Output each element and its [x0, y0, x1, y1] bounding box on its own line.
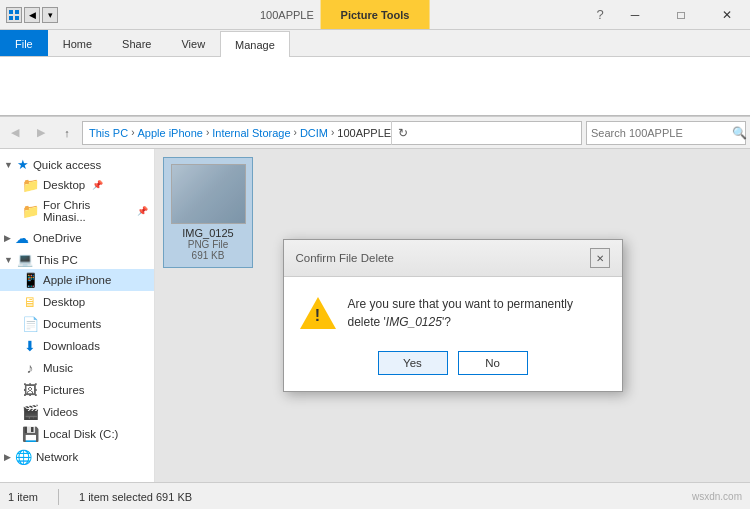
breadcrumb-dcim[interactable]: DCIM — [300, 127, 328, 139]
disk-icon: 💾 — [22, 426, 38, 442]
sidebar-item-forchris[interactable]: 📁 For Chris Minasi... 📌 — [0, 196, 154, 226]
folder-icon: 📁 — [22, 177, 38, 193]
sidebar-item-documents[interactable]: 📄 Documents — [0, 313, 154, 335]
pin-icon: 📌 — [92, 180, 103, 190]
sidebar-desktop2-label: Desktop — [43, 296, 85, 308]
selected-info: 1 item selected 691 KB — [79, 491, 192, 503]
network-icon: 🌐 — [15, 449, 32, 465]
sidebar-documents-label: Documents — [43, 318, 101, 330]
sidebar-pictures-label: Pictures — [43, 384, 85, 396]
no-button[interactable]: No — [458, 351, 528, 375]
back-button[interactable]: ◀ — [4, 122, 26, 144]
restore-button[interactable]: □ — [658, 0, 704, 30]
breadcrumb: This PC › Apple iPhone › Internal Storag… — [89, 127, 391, 139]
confirm-delete-dialog: Confirm File Delete ✕ Are you sure that … — [283, 239, 623, 392]
sidebar-videos-label: Videos — [43, 406, 78, 418]
minimize-button[interactable]: ─ — [612, 0, 658, 30]
sidebar-network-label: Network — [36, 451, 78, 463]
dialog-body: Are you sure that you want to permanentl… — [284, 277, 622, 345]
warning-triangle — [300, 297, 336, 329]
tab-manage[interactable]: Manage — [220, 31, 290, 57]
message-suffix: '? — [442, 315, 451, 329]
pictures-icon: 🖼 — [22, 382, 38, 398]
tab-file[interactable]: File — [0, 30, 48, 56]
ribbon: File Home Share View Manage — [0, 30, 750, 117]
search-icon: 🔍 — [732, 126, 747, 140]
sidebar-header-thispc[interactable]: ▼ 💻 This PC — [0, 248, 154, 269]
documents-icon: 📄 — [22, 316, 38, 332]
dialog-close-button[interactable]: ✕ — [590, 248, 610, 268]
sidebar-forchris-label: For Chris Minasi... — [43, 199, 130, 223]
search-box[interactable]: 🔍 — [586, 121, 746, 145]
breadcrumb-thispc[interactable]: This PC — [89, 127, 128, 139]
tab-home[interactable]: Home — [48, 30, 107, 56]
window-controls-left: ◀ ▾ — [0, 7, 58, 23]
sidebar-item-pictures[interactable]: 🖼 Pictures — [0, 379, 154, 401]
address-input[interactable]: This PC › Apple iPhone › Internal Storag… — [82, 121, 582, 145]
window-icon — [6, 7, 22, 23]
dialog-buttons: Yes No — [284, 345, 622, 391]
sidebar-iphone-label: Apple iPhone — [43, 274, 111, 286]
dialog-title: Confirm File Delete — [296, 252, 394, 264]
item-count: 1 item — [8, 491, 38, 503]
window-control-buttons: ? ─ □ ✕ — [588, 0, 750, 30]
cloud-icon: ☁ — [15, 230, 29, 246]
dialog-overlay: Confirm File Delete ✕ Are you sure that … — [155, 149, 750, 482]
music-icon: ♪ — [22, 360, 38, 376]
picture-tools-tab[interactable]: Picture Tools — [321, 0, 430, 29]
videos-icon: 🎬 — [22, 404, 38, 420]
help-button[interactable]: ? — [588, 0, 612, 30]
quick-access-icon: ★ — [17, 157, 29, 172]
status-divider — [58, 489, 59, 505]
picture-tools-label: Picture Tools — [341, 9, 410, 21]
window-title: 100APPLE — [260, 9, 314, 21]
sidebar: ▼ ★ Quick access 📁 Desktop 📌 📁 For Chris… — [0, 149, 155, 482]
tab-view[interactable]: View — [166, 30, 220, 56]
ribbon-content — [0, 56, 750, 116]
folder-icon-2: 📁 — [22, 203, 38, 219]
pin-icon-2: 📌 — [137, 206, 148, 216]
sidebar-item-videos[interactable]: 🎬 Videos — [0, 401, 154, 423]
chevron-right-icon: ▶ — [4, 233, 11, 243]
title-bar: ◀ ▾ Picture Tools 100APPLE ? ─ □ ✕ — [0, 0, 750, 30]
downloads-icon: ⬇ — [22, 338, 38, 354]
sidebar-desktop-label: Desktop — [43, 179, 85, 191]
sidebar-item-quick-access-label: Quick access — [33, 159, 101, 171]
breadcrumb-iphone[interactable]: Apple iPhone — [137, 127, 202, 139]
file-area: IMG_0125 PNG File 691 KB Confirm File De… — [155, 149, 750, 482]
chevron-right-icon-2: ▶ — [4, 452, 11, 462]
svg-rect-2 — [9, 16, 13, 20]
svg-rect-3 — [15, 16, 19, 20]
sidebar-item-desktop2[interactable]: 🖥 Desktop — [0, 291, 154, 313]
warning-icon — [300, 295, 336, 331]
forward-button[interactable]: ▶ — [30, 122, 52, 144]
close-button[interactable]: ✕ — [704, 0, 750, 30]
sidebar-item-music[interactable]: ♪ Music — [0, 357, 154, 379]
address-bar: ◀ ▶ ↑ This PC › Apple iPhone › Internal … — [0, 117, 750, 149]
sidebar-item-local-disk[interactable]: 💾 Local Disk (C:) — [0, 423, 154, 445]
sidebar-item-apple-iphone[interactable]: 📱 Apple iPhone — [0, 269, 154, 291]
chevron-down-icon-2: ▼ — [4, 255, 13, 265]
sidebar-item-downloads[interactable]: ⬇ Downloads — [0, 335, 154, 357]
forward-arrow-btn: ▾ — [42, 7, 58, 23]
search-input[interactable] — [591, 127, 729, 139]
breadcrumb-storage[interactable]: Internal Storage — [212, 127, 290, 139]
chevron-down-icon: ▼ — [4, 160, 13, 170]
pc-icon: 💻 — [17, 252, 33, 267]
main-area: ▼ ★ Quick access 📁 Desktop 📌 📁 For Chris… — [0, 149, 750, 482]
sidebar-music-label: Music — [43, 362, 73, 374]
svg-rect-0 — [9, 10, 13, 14]
sidebar-item-desktop[interactable]: 📁 Desktop 📌 — [0, 174, 154, 196]
sidebar-header-network[interactable]: ▶ 🌐 Network — [0, 445, 154, 467]
sidebar-downloads-label: Downloads — [43, 340, 100, 352]
refresh-button[interactable]: ↻ — [391, 121, 413, 145]
yes-button[interactable]: Yes — [378, 351, 448, 375]
dialog-title-bar: Confirm File Delete ✕ — [284, 240, 622, 277]
sidebar-header-quick-access[interactable]: ▼ ★ Quick access — [0, 153, 154, 174]
sidebar-onedrive-label: OneDrive — [33, 232, 82, 244]
sidebar-header-onedrive[interactable]: ▶ ☁ OneDrive — [0, 226, 154, 248]
svg-rect-1 — [15, 10, 19, 14]
sidebar-localdisk-label: Local Disk (C:) — [43, 428, 118, 440]
up-button[interactable]: ↑ — [56, 122, 78, 144]
tab-share[interactable]: Share — [107, 30, 166, 56]
